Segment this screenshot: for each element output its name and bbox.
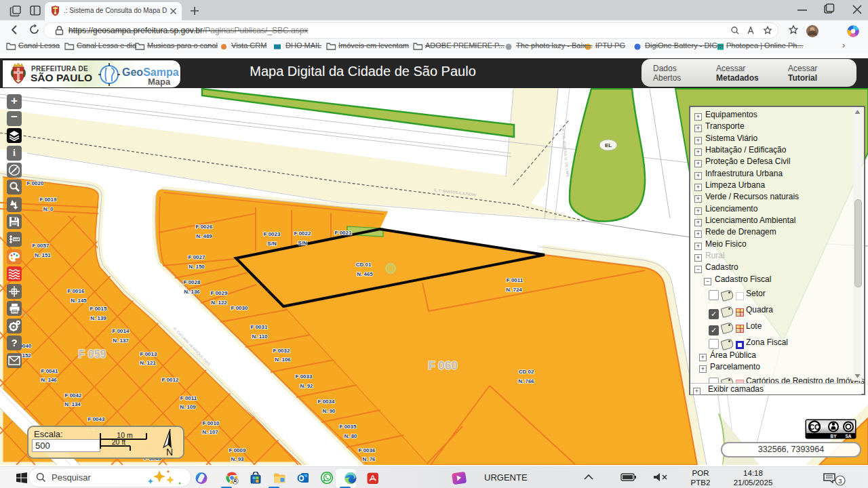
svg-text:CD 02: CD 02	[519, 369, 534, 375]
svg-text:N. 151: N. 151	[35, 252, 51, 258]
svg-text:CC: CC	[809, 423, 820, 431]
svg-text:F 0041: F 0041	[41, 368, 58, 374]
svg-text:F 0023: F 0023	[264, 231, 281, 237]
svg-text:N. 110: N. 110	[252, 333, 268, 340]
svg-text:F 0029: F 0029	[211, 290, 228, 296]
svg-text:F 0012: F 0012	[162, 377, 179, 383]
svg-text:F 0020: F 0020	[27, 180, 44, 186]
svg-text:N. 145: N. 145	[71, 298, 87, 304]
svg-text:F 0036: F 0036	[359, 447, 376, 453]
svg-text:F 0033: F 0033	[296, 373, 313, 380]
svg-text:3: 3	[838, 477, 842, 485]
svg-text:F 0011: F 0011	[180, 395, 197, 401]
svg-text:N. 92: N. 92	[300, 383, 313, 389]
svg-text:N. 724: N. 724	[506, 287, 522, 293]
svg-text:N. 766: N. 766	[518, 378, 534, 384]
svg-text:EL: EL	[605, 142, 612, 148]
svg-text:CD 01: CD 01	[356, 262, 372, 268]
svg-text:N. 122: N. 122	[211, 300, 227, 306]
svg-text:N. 106: N. 106	[275, 357, 291, 363]
svg-text:F 0034: F 0034	[318, 399, 335, 405]
svg-text:N. 465: N. 465	[357, 271, 373, 277]
svg-text:F 0027: F 0027	[189, 254, 205, 260]
svg-text:F 0021: F 0021	[335, 230, 352, 236]
svg-text:S/N: S/N	[298, 240, 307, 246]
svg-text:F 0042: F 0042	[65, 392, 82, 399]
svg-text:N. 107: N. 107	[202, 429, 218, 435]
svg-text:N. 109: N. 109	[180, 404, 196, 410]
svg-text:F 0028: F 0028	[184, 279, 201, 285]
svg-text:F 0035: F 0035	[340, 424, 357, 430]
svg-text:N. 80: N. 80	[344, 433, 357, 439]
svg-text:S/N: S/N	[267, 241, 277, 247]
svg-text:N. 137: N. 137	[113, 338, 129, 344]
svg-text:F 0026: F 0026	[196, 224, 213, 230]
svg-text:N. 139: N. 139	[90, 315, 106, 321]
svg-text:F 0009: F 0009	[229, 447, 246, 453]
svg-text:F 059: F 059	[79, 348, 106, 360]
svg-text:F 0014: F 0014	[113, 328, 130, 334]
svg-text:N. 76: N. 76	[362, 456, 376, 462]
svg-text:20 ft: 20 ft	[112, 438, 126, 446]
svg-text:F 0010: F 0010	[203, 420, 220, 426]
svg-text:N. 93: N. 93	[231, 456, 244, 462]
svg-text:N. 134: N. 134	[64, 401, 81, 407]
svg-text:N. 489: N. 489	[196, 233, 212, 239]
svg-text:F 0032: F 0032	[273, 348, 290, 354]
svg-text:N. 90: N. 90	[322, 408, 336, 414]
svg-text:F 060: F 060	[428, 359, 457, 372]
svg-text:F 0019: F 0019	[40, 197, 57, 203]
svg-text:F 0015: F 0015	[90, 306, 107, 312]
svg-text:N. 0: N. 0	[43, 206, 54, 212]
svg-text:SA: SA	[845, 434, 851, 439]
svg-text:N. 150: N. 150	[189, 264, 205, 270]
svg-text:N. 136: N. 136	[184, 289, 200, 295]
svg-text:F 0013: F 0013	[140, 351, 157, 357]
svg-text:N: N	[166, 447, 173, 456]
svg-text:F 0043: F 0043	[88, 416, 105, 422]
svg-text:F 0016: F 0016	[68, 288, 85, 294]
svg-text:F 0031: F 0031	[251, 324, 268, 330]
svg-text:F 0011: F 0011	[507, 277, 524, 283]
svg-text:F 0030: F 0030	[231, 305, 248, 311]
svg-text:N. 146: N. 146	[41, 377, 57, 383]
svg-text:N. 121: N. 121	[140, 360, 156, 366]
svg-text:BY: BY	[830, 434, 837, 439]
svg-text:F 0057: F 0057	[33, 243, 50, 249]
svg-text:F 0022: F 0022	[294, 230, 311, 237]
